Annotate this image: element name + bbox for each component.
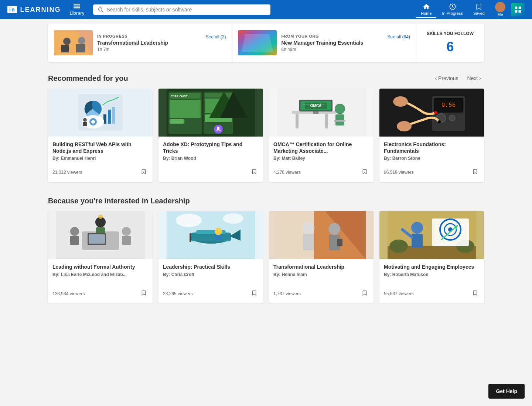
svg-point-79	[223, 213, 243, 224]
svg-point-65	[397, 121, 412, 131]
omca-author: By: Matt Bailey	[273, 156, 369, 161]
svg-point-68	[70, 227, 79, 236]
chevron-right-icon: ›	[479, 75, 481, 81]
org-title: New Manager Training Essentials	[281, 40, 410, 46]
svg-rect-1	[74, 6, 80, 7]
formal-authority-thumbnail	[48, 211, 153, 259]
course-card-omca[interactable]: OMCA OMCA™ Ce	[269, 89, 374, 182]
practical-skills-bookmark-button[interactable]	[250, 288, 259, 299]
formal-authority-illustration	[56, 211, 145, 259]
org-see-all[interactable]: See all (64)	[388, 34, 410, 39]
omca-illustration: OMCA	[277, 89, 366, 137]
omca-thumbnail: OMCA	[269, 89, 374, 137]
svg-text:TRAIL GUIDE: TRAIL GUIDE	[171, 95, 188, 97]
electronics-card-body: Electronics Foundations: Fundamentals By…	[379, 137, 484, 182]
course-card-nodejs[interactable]: Building RESTful Web APIs with Node.js a…	[48, 89, 153, 182]
omca-bookmark-button[interactable]	[360, 167, 369, 178]
transformational-thumbnail-image	[269, 211, 374, 259]
svg-rect-16	[76, 44, 85, 52]
manager-thumbnail-image	[238, 30, 277, 55]
practical-skills-author: By: Chris Croft	[163, 272, 259, 277]
svg-rect-7	[515, 7, 518, 9]
library-button[interactable]: Library	[66, 4, 87, 16]
course-card-practical-skills[interactable]: Leadership: Practical Skills By: Chris C…	[158, 211, 263, 303]
svg-rect-75	[89, 234, 105, 244]
in-progress-title: Transformational Leadership	[97, 40, 226, 46]
course-card-adobexd[interactable]: TRAIL GUIDE	[158, 89, 263, 182]
course-card-electronics[interactable]: 9.56	[379, 89, 484, 182]
practical-skills-illustration	[167, 211, 255, 259]
svg-line-4	[102, 11, 103, 12]
electronics-thumbnail-image: 9.56	[379, 89, 484, 137]
svg-point-63	[438, 120, 441, 123]
recommended-header: Recommended for you ‹ Previous Next ›	[48, 74, 484, 83]
motivating-bookmark-button[interactable]	[471, 288, 480, 299]
nodejs-footer: 21,012 viewers	[52, 167, 148, 178]
previous-button[interactable]: ‹ Previous	[432, 74, 461, 83]
course-card-formal-authority[interactable]: Leading without Formal Authority By: Lis…	[48, 211, 153, 303]
nodejs-author: By: Emmanuel Henri	[52, 156, 148, 161]
adobexd-thumbnail: TRAIL GUIDE	[158, 89, 263, 137]
nodejs-illustration	[78, 94, 123, 131]
hero-from-org[interactable]: FROM YOUR ORG See all (64) New Manager T…	[232, 24, 416, 62]
svg-rect-2	[74, 7, 80, 8]
hero-org-info: FROM YOUR ORG See all (64) New Manager T…	[281, 34, 410, 52]
nav-saved-label: Saved	[473, 11, 485, 16]
previous-label: Previous	[438, 75, 458, 81]
omca-footer: 4,276 viewers	[273, 167, 369, 178]
motivating-footer: 55,667 viewers	[384, 288, 480, 299]
leadership-thumbnail-image	[54, 30, 93, 55]
search-bar[interactable]	[93, 4, 270, 15]
in-progress-duration: 1h 7m	[97, 47, 226, 52]
practical-skills-thumbnail-image	[158, 211, 263, 259]
manager-illustration	[238, 30, 277, 55]
org-thumbnail	[238, 30, 277, 55]
svg-rect-45	[296, 114, 299, 128]
svg-rect-36	[205, 93, 232, 97]
formal-authority-card-body: Leading without Formal Authority By: Lis…	[48, 259, 153, 303]
nav-me-label: Me	[497, 12, 503, 17]
formal-authority-bookmark-button[interactable]	[139, 288, 148, 299]
svg-rect-22	[108, 110, 111, 124]
avatar-icon	[497, 3, 504, 10]
leadership-illustration	[54, 30, 93, 55]
svg-point-6	[499, 4, 502, 7]
svg-rect-10	[519, 10, 521, 13]
skills-you-follow[interactable]: SKILLS YOU FOLLOW 6	[416, 24, 484, 62]
transformational-bookmark-button[interactable]	[360, 288, 369, 299]
svg-rect-15	[61, 45, 69, 52]
in-progress-see-all[interactable]: See all (2)	[206, 34, 226, 39]
bookmark-icon	[362, 168, 368, 175]
course-card-transformational[interactable]: Transformational Leadership By: Henna In…	[269, 211, 374, 303]
app-switcher-icon[interactable]	[511, 3, 525, 16]
nodejs-bookmark-button[interactable]	[139, 167, 148, 178]
svg-point-99	[411, 222, 423, 234]
main-content: Recommended for you ‹ Previous Next ›	[0, 66, 532, 326]
svg-rect-83	[190, 233, 191, 242]
nav-home[interactable]: Home	[416, 1, 436, 18]
nodejs-title: Building RESTful Web APIs with Node.js a…	[52, 141, 148, 154]
nav-saved[interactable]: Saved	[469, 1, 489, 18]
svg-marker-18	[242, 34, 273, 52]
nav-home-label: Home	[421, 11, 432, 16]
next-button[interactable]: Next ›	[464, 74, 484, 83]
menu-icon	[74, 4, 80, 10]
bookmark-icon	[472, 290, 478, 296]
search-icon	[98, 7, 103, 13]
practical-skills-title: Leadership: Practical Skills	[163, 264, 259, 270]
hero-in-progress[interactable]: IN PROGRESS See all (2) Transformational…	[48, 24, 232, 62]
app-name: LEARNING	[20, 6, 61, 14]
svg-rect-23	[112, 107, 115, 124]
course-card-motivating[interactable]: Motivating and Engaging Employees By: Ro…	[379, 211, 484, 303]
adobexd-footer	[163, 167, 259, 178]
search-input[interactable]	[106, 7, 266, 13]
waffle-icon	[514, 6, 522, 13]
motivating-viewers: 55,667 viewers	[384, 291, 414, 296]
nav-in-progress[interactable]: In Progress	[438, 1, 467, 18]
electronics-bookmark-button[interactable]	[471, 167, 480, 178]
adobexd-bookmark-button[interactable]	[250, 167, 259, 178]
svg-point-90	[303, 222, 314, 234]
svg-rect-91	[303, 234, 314, 250]
nav-me[interactable]: Me	[491, 0, 510, 19]
svg-point-13	[63, 38, 71, 45]
